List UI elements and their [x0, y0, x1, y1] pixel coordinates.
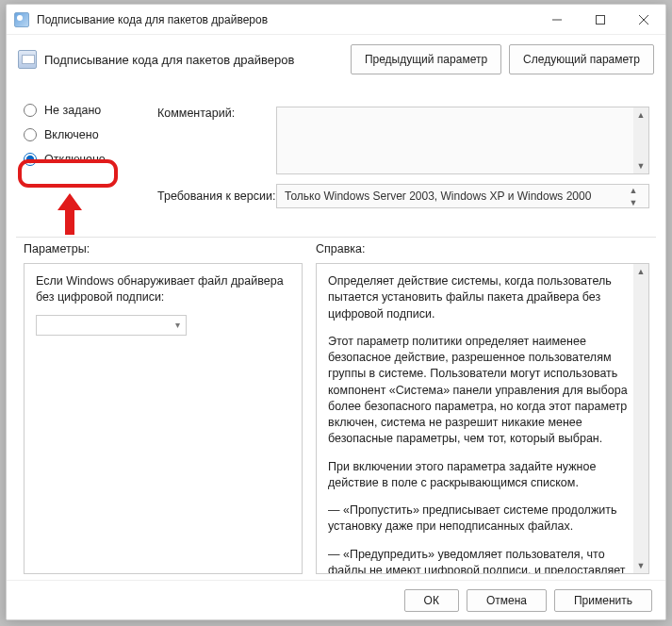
radio-enabled-label: Включено [44, 128, 99, 141]
scroll-up-icon[interactable]: ▲ [633, 107, 648, 123]
help-panel: Определяет действие системы, когда польз… [316, 263, 649, 574]
action-select[interactable]: ▾ [36, 315, 187, 336]
next-setting-button[interactable]: Следующий параметр [509, 44, 654, 74]
params-panel: Если Windows обнаруживает файл драйвера … [24, 263, 303, 574]
help-paragraph: Этот параметр политики определяет наимен… [328, 334, 630, 448]
scroll-down-icon[interactable]: ▼ [633, 558, 648, 573]
help-paragraph: — «Пропустить» предписывает системе прод… [328, 502, 630, 535]
close-button[interactable] [622, 5, 665, 35]
scroll-track[interactable] [633, 279, 648, 558]
svg-rect-1 [597, 15, 605, 24]
dialog-buttons: ОК Отмена Применить [7, 580, 665, 619]
cancel-button[interactable]: Отмена [467, 589, 547, 612]
app-icon [14, 12, 29, 27]
scroll-track[interactable] [633, 123, 648, 158]
radio-disabled-input[interactable] [24, 153, 37, 166]
radio-not-configured-input[interactable] [24, 104, 37, 117]
minimize-button[interactable] [535, 5, 579, 35]
comment-scrollbar[interactable]: ▲ ▼ [633, 107, 648, 173]
radio-not-configured-label: Не задано [44, 104, 101, 117]
window-title: Подписывание кода для пакетов драйверов [37, 13, 268, 26]
comment-label: Комментарий: [157, 107, 235, 120]
help-paragraph: Определяет действие системы, когда польз… [328, 273, 630, 322]
titlebar: Подписывание кода для пакетов драйверов [7, 5, 665, 35]
help-section-label: Справка: [316, 242, 366, 255]
help-paragraph: — «Предупредить» уведомляет пользователя… [328, 547, 630, 575]
annotation-arrow-icon [56, 193, 84, 239]
maximize-button[interactable] [579, 5, 622, 35]
scroll-up-icon[interactable]: ▲ [626, 184, 641, 196]
scroll-down-icon[interactable]: ▼ [626, 196, 641, 208]
previous-setting-button[interactable]: Предыдущий параметр [351, 44, 501, 74]
dialog-window: Подписывание кода для пакетов драйверов … [6, 4, 666, 620]
requirements-scrollbar[interactable]: ▲ ▼ [626, 184, 641, 208]
requirements-field: Только Windows Server 2003, Windows XP и… [276, 184, 649, 208]
scroll-down-icon[interactable]: ▼ [633, 158, 648, 173]
requirements-value: Только Windows Server 2003, Windows XP и… [285, 189, 591, 203]
params-section-label: Параметры: [24, 242, 90, 255]
help-paragraph: При включении этого параметра задайте ну… [328, 459, 630, 492]
radio-disabled[interactable]: Отключено [24, 153, 106, 166]
minimize-icon [552, 15, 562, 25]
policy-icon [18, 50, 37, 69]
ok-button[interactable]: ОК [404, 589, 459, 612]
help-scrollbar[interactable]: ▲ ▼ [633, 264, 648, 573]
chevron-down-icon: ▾ [175, 320, 180, 330]
radio-enabled-input[interactable] [24, 128, 37, 141]
radio-disabled-label: Отключено [44, 153, 106, 166]
requirements-label: Требования к версии: [157, 189, 275, 203]
header-row: Подписывание кода для пакетов драйверов … [7, 35, 665, 90]
apply-button[interactable]: Применить [554, 589, 652, 612]
scroll-up-icon[interactable]: ▲ [633, 264, 648, 279]
comment-textarea[interactable]: ▲ ▼ [276, 107, 649, 174]
window-controls [535, 5, 665, 35]
state-radio-group: Не задано Включено Отключено [24, 104, 106, 177]
maximize-icon [596, 15, 605, 25]
radio-not-configured[interactable]: Не задано [24, 104, 106, 117]
policy-title: Подписывание кода для пакетов драйверов [44, 53, 351, 67]
divider [16, 237, 656, 238]
close-icon [639, 15, 648, 25]
radio-enabled[interactable]: Включено [24, 128, 106, 141]
params-text: Если Windows обнаруживает файл драйвера … [36, 273, 290, 305]
